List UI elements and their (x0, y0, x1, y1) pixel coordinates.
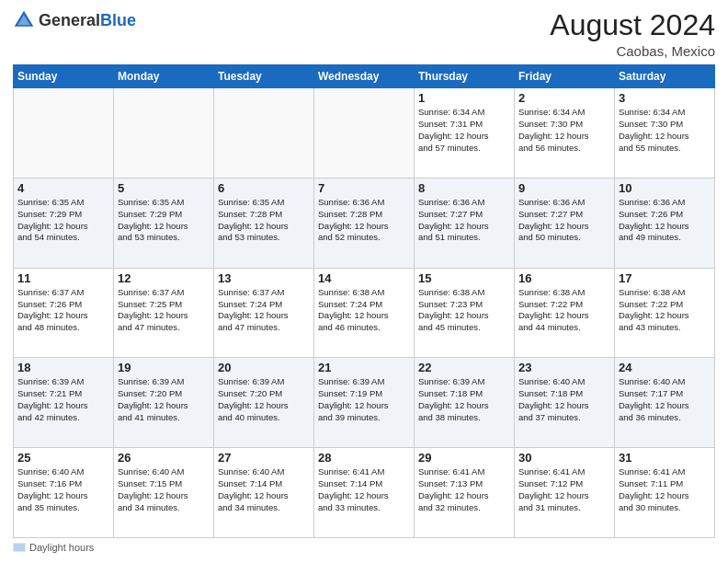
calendar-week-3: 11Sunrise: 6:37 AM Sunset: 7:26 PM Dayli… (14, 268, 715, 358)
day-info: Sunrise: 6:36 AM Sunset: 7:27 PM Dayligh… (518, 197, 610, 244)
footer-label: Daylight hours (13, 542, 94, 553)
calendar-cell: 19Sunrise: 6:39 AM Sunset: 7:20 PM Dayli… (114, 358, 214, 448)
day-number: 11 (17, 271, 109, 285)
day-number: 9 (518, 181, 610, 195)
day-info: Sunrise: 6:37 AM Sunset: 7:24 PM Dayligh… (218, 287, 310, 334)
calendar-cell (114, 88, 214, 178)
calendar-cell: 21Sunrise: 6:39 AM Sunset: 7:19 PM Dayli… (314, 358, 415, 448)
day-info: Sunrise: 6:35 AM Sunset: 7:28 PM Dayligh… (218, 197, 310, 244)
calendar-week-4: 18Sunrise: 6:39 AM Sunset: 7:21 PM Dayli… (14, 358, 715, 448)
day-info: Sunrise: 6:35 AM Sunset: 7:29 PM Dayligh… (17, 197, 109, 244)
day-number: 16 (518, 271, 610, 285)
day-info: Sunrise: 6:40 AM Sunset: 7:15 PM Dayligh… (118, 466, 210, 513)
day-number: 14 (318, 271, 410, 285)
col-header-friday: Friday (515, 65, 615, 88)
day-number: 19 (118, 361, 210, 374)
calendar-week-1: 1Sunrise: 6:34 AM Sunset: 7:31 PM Daylig… (14, 88, 715, 178)
day-number: 29 (418, 451, 510, 465)
day-info: Sunrise: 6:34 AM Sunset: 7:30 PM Dayligh… (518, 107, 610, 154)
page: GeneralBlue August 2024 Caobas, Mexico S… (0, 0, 728, 563)
logo-icon (13, 9, 35, 31)
day-number: 22 (418, 361, 510, 374)
calendar-cell (314, 88, 415, 178)
day-info: Sunrise: 6:40 AM Sunset: 7:16 PM Dayligh… (17, 466, 109, 513)
col-header-wednesday: Wednesday (314, 65, 415, 88)
calendar-week-2: 4Sunrise: 6:35 AM Sunset: 7:29 PM Daylig… (14, 178, 715, 268)
calendar-week-5: 25Sunrise: 6:40 AM Sunset: 7:16 PM Dayli… (14, 448, 715, 538)
calendar-cell: 29Sunrise: 6:41 AM Sunset: 7:13 PM Dayli… (415, 448, 515, 538)
day-info: Sunrise: 6:38 AM Sunset: 7:24 PM Dayligh… (318, 287, 410, 334)
day-info: Sunrise: 6:39 AM Sunset: 7:18 PM Dayligh… (418, 376, 510, 423)
day-number: 27 (218, 451, 310, 465)
day-number: 3 (619, 91, 711, 105)
day-number: 28 (318, 451, 410, 465)
calendar-cell (14, 88, 114, 178)
day-info: Sunrise: 6:40 AM Sunset: 7:18 PM Dayligh… (518, 376, 610, 423)
day-number: 26 (118, 451, 210, 465)
header: GeneralBlue August 2024 Caobas, Mexico (13, 9, 715, 59)
logo-blue-text: Blue (100, 11, 136, 29)
calendar-cell: 24Sunrise: 6:40 AM Sunset: 7:17 PM Dayli… (615, 358, 715, 448)
day-number: 25 (17, 451, 109, 465)
calendar-cell: 12Sunrise: 6:37 AM Sunset: 7:25 PM Dayli… (114, 268, 214, 358)
day-info: Sunrise: 6:38 AM Sunset: 7:22 PM Dayligh… (619, 287, 711, 334)
day-number: 17 (619, 271, 711, 285)
calendar-cell: 11Sunrise: 6:37 AM Sunset: 7:26 PM Dayli… (14, 268, 114, 358)
month-year: August 2024 (550, 9, 715, 41)
calendar-cell: 31Sunrise: 6:41 AM Sunset: 7:11 PM Dayli… (615, 448, 715, 538)
calendar-cell: 6Sunrise: 6:35 AM Sunset: 7:28 PM Daylig… (214, 178, 314, 268)
day-info: Sunrise: 6:40 AM Sunset: 7:14 PM Dayligh… (218, 466, 310, 513)
day-number: 6 (218, 181, 310, 195)
calendar-cell: 15Sunrise: 6:38 AM Sunset: 7:23 PM Dayli… (415, 268, 515, 358)
daylight-indicator (13, 543, 26, 552)
day-number: 31 (619, 451, 711, 465)
day-number: 24 (619, 361, 711, 374)
day-number: 15 (418, 271, 510, 285)
day-info: Sunrise: 6:35 AM Sunset: 7:29 PM Dayligh… (118, 197, 210, 244)
day-number: 5 (118, 181, 210, 195)
calendar-cell: 23Sunrise: 6:40 AM Sunset: 7:18 PM Dayli… (515, 358, 615, 448)
calendar-cell: 1Sunrise: 6:34 AM Sunset: 7:31 PM Daylig… (415, 88, 515, 178)
calendar-cell: 25Sunrise: 6:40 AM Sunset: 7:16 PM Dayli… (14, 448, 114, 538)
day-info: Sunrise: 6:36 AM Sunset: 7:28 PM Dayligh… (318, 197, 410, 244)
day-info: Sunrise: 6:41 AM Sunset: 7:13 PM Dayligh… (418, 466, 510, 513)
calendar-cell: 16Sunrise: 6:38 AM Sunset: 7:22 PM Dayli… (515, 268, 615, 358)
day-number: 1 (418, 91, 510, 105)
calendar-cell: 8Sunrise: 6:36 AM Sunset: 7:27 PM Daylig… (415, 178, 515, 268)
day-number: 2 (518, 91, 610, 105)
title-block: August 2024 Caobas, Mexico (550, 9, 715, 59)
day-info: Sunrise: 6:36 AM Sunset: 7:27 PM Dayligh… (418, 197, 510, 244)
calendar-cell: 5Sunrise: 6:35 AM Sunset: 7:29 PM Daylig… (114, 178, 214, 268)
day-info: Sunrise: 6:38 AM Sunset: 7:22 PM Dayligh… (518, 287, 610, 334)
calendar-cell: 28Sunrise: 6:41 AM Sunset: 7:14 PM Dayli… (314, 448, 415, 538)
day-number: 30 (518, 451, 610, 465)
calendar-header-row: SundayMondayTuesdayWednesdayThursdayFrid… (14, 65, 715, 88)
day-number: 21 (318, 361, 410, 374)
logo: GeneralBlue (13, 9, 136, 31)
day-info: Sunrise: 6:41 AM Sunset: 7:12 PM Dayligh… (518, 466, 610, 513)
calendar-cell: 10Sunrise: 6:36 AM Sunset: 7:26 PM Dayli… (615, 178, 715, 268)
location: Caobas, Mexico (550, 43, 715, 59)
calendar-cell: 3Sunrise: 6:34 AM Sunset: 7:30 PM Daylig… (615, 88, 715, 178)
calendar-cell: 13Sunrise: 6:37 AM Sunset: 7:24 PM Dayli… (214, 268, 314, 358)
day-info: Sunrise: 6:38 AM Sunset: 7:23 PM Dayligh… (418, 287, 510, 334)
day-info: Sunrise: 6:37 AM Sunset: 7:26 PM Dayligh… (17, 287, 109, 334)
calendar-cell: 20Sunrise: 6:39 AM Sunset: 7:20 PM Dayli… (214, 358, 314, 448)
day-info: Sunrise: 6:41 AM Sunset: 7:11 PM Dayligh… (619, 466, 711, 513)
col-header-tuesday: Tuesday (214, 65, 314, 88)
col-header-thursday: Thursday (415, 65, 515, 88)
day-info: Sunrise: 6:34 AM Sunset: 7:31 PM Dayligh… (418, 107, 510, 154)
logo-general-text: General (39, 11, 100, 29)
day-info: Sunrise: 6:39 AM Sunset: 7:19 PM Dayligh… (318, 376, 410, 423)
calendar-cell: 30Sunrise: 6:41 AM Sunset: 7:12 PM Dayli… (515, 448, 615, 538)
calendar-cell: 26Sunrise: 6:40 AM Sunset: 7:15 PM Dayli… (114, 448, 214, 538)
day-number: 8 (418, 181, 510, 195)
col-header-saturday: Saturday (615, 65, 715, 88)
footer-text: Daylight hours (29, 542, 94, 553)
day-number: 18 (17, 361, 109, 374)
calendar-cell: 7Sunrise: 6:36 AM Sunset: 7:28 PM Daylig… (314, 178, 415, 268)
calendar-cell (214, 88, 314, 178)
day-number: 20 (218, 361, 310, 374)
calendar-cell: 14Sunrise: 6:38 AM Sunset: 7:24 PM Dayli… (314, 268, 415, 358)
day-info: Sunrise: 6:37 AM Sunset: 7:25 PM Dayligh… (118, 287, 210, 334)
